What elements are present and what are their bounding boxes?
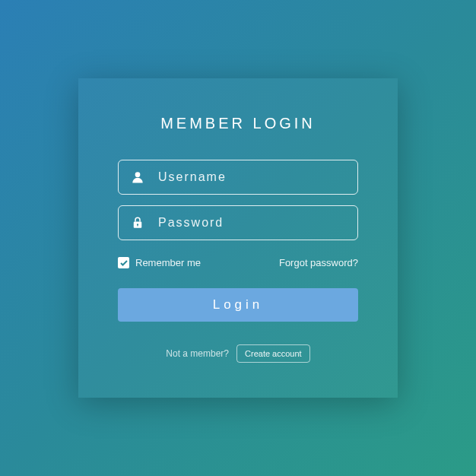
username-field-wrap[interactable] — [118, 160, 358, 195]
username-input[interactable] — [158, 170, 347, 184]
options-row: Remember me Forgot password? — [118, 257, 358, 268]
user-icon — [129, 169, 146, 186]
svg-point-0 — [135, 172, 141, 177]
login-button[interactable]: Login — [118, 288, 358, 322]
forgot-password-link[interactable]: Forgot password? — [279, 257, 358, 268]
remember-me-checkbox[interactable]: Remember me — [118, 257, 201, 268]
footer: Not a member? Create account — [118, 344, 358, 363]
page-title: MEMBER LOGIN — [118, 115, 358, 132]
create-account-button[interactable]: Create account — [236, 344, 310, 363]
svg-rect-3 — [137, 224, 138, 226]
login-card: MEMBER LOGIN Rem — [78, 78, 398, 398]
password-field-wrap[interactable] — [118, 205, 358, 240]
not-member-text: Not a member? — [166, 348, 229, 359]
lock-icon — [129, 214, 146, 231]
check-icon — [118, 257, 129, 268]
password-input[interactable] — [158, 216, 347, 230]
remember-label: Remember me — [135, 257, 201, 268]
